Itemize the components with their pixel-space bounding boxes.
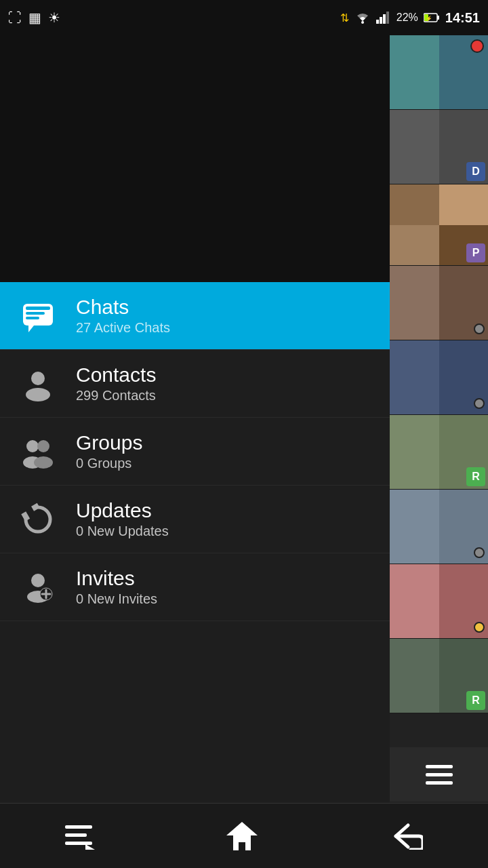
svg-rect-12 xyxy=(26,317,39,319)
bbm-icon: ▦ xyxy=(28,9,41,26)
drawer-menu: Chats 27 Active Chats Contacts 299 Conta… xyxy=(0,35,390,868)
chat-thumb-9[interactable]: R xyxy=(390,639,488,713)
contacts-sublabel: 299 Contacts xyxy=(76,388,156,403)
hamburger-icon xyxy=(426,765,453,785)
chats-sublabel: 27 Active Chats xyxy=(76,320,170,336)
menu-item-groups[interactable]: Groups 0 Groups xyxy=(0,418,390,486)
menu-item-contacts[interactable]: Contacts 299 Contacts xyxy=(0,350,390,418)
svg-marker-20 xyxy=(21,511,30,521)
svg-rect-2 xyxy=(380,17,382,24)
chat-thumb-1[interactable] xyxy=(390,35,488,110)
data-icon: ⇅ xyxy=(340,12,349,24)
badge-P: P xyxy=(466,243,485,262)
chat-thumb-7[interactable] xyxy=(390,490,488,564)
svg-point-17 xyxy=(37,440,49,452)
groups-sublabel: 0 Groups xyxy=(76,456,142,471)
svg-rect-29 xyxy=(65,842,92,845)
globe-icon: ☀ xyxy=(48,9,60,26)
status-bar-right-icons: ⇅ 22% ⚡ xyxy=(340,10,480,26)
invites-text: Invites 0 New Invites xyxy=(76,567,157,607)
chat-thumb-4[interactable] xyxy=(390,266,488,340)
right-panel-menu-button[interactable] xyxy=(390,747,488,802)
svg-rect-1 xyxy=(376,20,379,24)
battery-percent: 22% xyxy=(396,12,418,24)
svg-rect-10 xyxy=(26,307,50,310)
svg-rect-3 xyxy=(383,14,386,24)
invites-label: Invites xyxy=(76,567,157,590)
groups-icon xyxy=(16,430,60,473)
chat-thumb-8[interactable] xyxy=(390,564,488,639)
status-bar: ⛶ ▦ ☀ ⇅ 22% xyxy=(0,0,488,35)
updates-label: Updates xyxy=(76,499,169,522)
nav-menu-button[interactable] xyxy=(52,816,108,856)
svg-rect-6 xyxy=(437,16,439,20)
menu-item-invites[interactable]: Invites 0 New Invites xyxy=(0,553,390,621)
nav-home-button[interactable] xyxy=(211,814,272,859)
status-dot-7 xyxy=(474,547,485,558)
svg-point-16 xyxy=(26,440,39,452)
invites-sublabel: 0 New Invites xyxy=(76,591,157,607)
svg-point-15 xyxy=(26,388,50,401)
main-layout: Chats 27 Active Chats Contacts 299 Conta… xyxy=(0,35,488,868)
chat-thumb-5[interactable] xyxy=(390,340,488,415)
svg-point-14 xyxy=(31,372,45,385)
svg-text:⚡: ⚡ xyxy=(426,15,432,22)
chats-label: Chats xyxy=(76,296,170,319)
svg-rect-27 xyxy=(65,825,92,829)
image-icon: ⛶ xyxy=(8,10,22,26)
svg-rect-28 xyxy=(65,833,87,837)
chats-icon xyxy=(16,294,60,338)
contacts-text: Contacts 299 Contacts xyxy=(76,363,156,403)
chats-text: Chats 27 Active Chats xyxy=(76,296,170,336)
menu-item-chats[interactable]: Chats 27 Active Chats xyxy=(0,282,390,350)
chat-thumb-6[interactable]: R xyxy=(390,415,488,490)
svg-point-0 xyxy=(361,21,364,24)
right-panel-chats: D P xyxy=(390,35,488,835)
svg-marker-13 xyxy=(28,326,34,332)
badge-D: D xyxy=(466,162,485,181)
svg-rect-11 xyxy=(26,312,45,315)
svg-marker-21 xyxy=(31,502,40,511)
status-bar-left-icons: ⛶ ▦ ☀ xyxy=(8,9,60,26)
invites-icon xyxy=(16,566,60,609)
svg-marker-30 xyxy=(85,844,95,850)
status-dot-5 xyxy=(474,398,485,409)
updates-sublabel: 0 New Updates xyxy=(76,524,169,539)
groups-text: Groups 0 Groups xyxy=(76,431,142,471)
status-time: 14:51 xyxy=(445,10,480,26)
wifi-icon xyxy=(354,12,371,24)
svg-marker-31 xyxy=(226,822,258,850)
contacts-label: Contacts xyxy=(76,363,156,387)
badge-R-6: R xyxy=(466,467,485,486)
updates-text: Updates 0 New Updates xyxy=(76,499,169,539)
chat-thumb-2[interactable]: D xyxy=(390,110,488,184)
groups-label: Groups xyxy=(76,431,142,454)
svg-point-22 xyxy=(31,574,45,587)
menu-item-updates[interactable]: Updates 0 New Updates xyxy=(0,486,390,553)
bottom-nav xyxy=(0,803,488,868)
contacts-icon xyxy=(16,362,60,406)
svg-rect-4 xyxy=(386,12,389,24)
svg-point-19 xyxy=(34,456,53,469)
updates-icon xyxy=(16,498,60,541)
nav-back-button[interactable] xyxy=(375,816,436,856)
chat-thumb-3[interactable]: P xyxy=(390,184,488,266)
badge-R-9: R xyxy=(466,691,485,710)
signal-icon xyxy=(376,12,391,24)
battery-icon: ⚡ xyxy=(424,13,440,22)
status-dot-4 xyxy=(474,323,485,334)
drawer-top-area xyxy=(0,35,390,282)
status-dot-8 xyxy=(474,622,485,633)
